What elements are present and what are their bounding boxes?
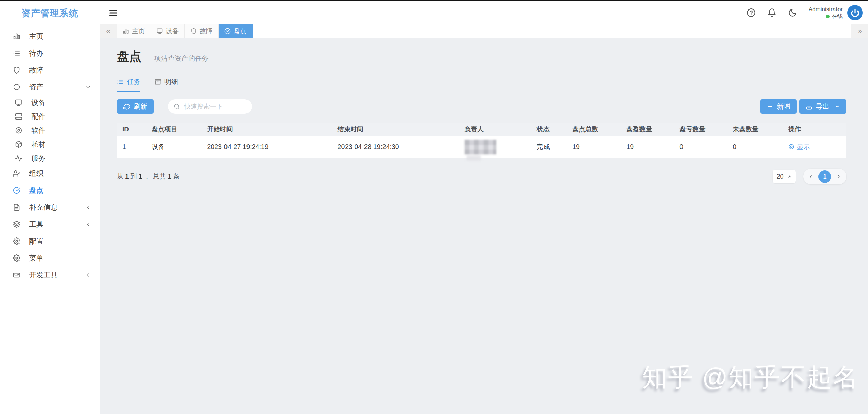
tab-device[interactable]: 设备 <box>151 24 185 38</box>
user-name: Administrator <box>809 6 843 13</box>
sidebar-item-home[interactable]: 主页 <box>0 28 100 45</box>
activity-icon <box>15 154 22 162</box>
gear-icon <box>13 254 20 262</box>
list-icon <box>13 49 20 57</box>
sidebar-item-devtools[interactable]: 开发工具 <box>0 267 100 284</box>
chevron-down-icon <box>835 104 840 109</box>
sidebar-item-config[interactable]: 配置 <box>0 233 100 250</box>
col-start-time: 开始时间 <box>202 123 332 136</box>
cell-id: 1 <box>117 136 146 158</box>
layers-icon <box>13 221 20 228</box>
page-head: 盘点 一项清查资产的任务 <box>117 48 846 65</box>
server-icon <box>15 113 22 120</box>
records-summary: 从1到1， 总共1条 <box>117 172 180 181</box>
cell-surplus: 19 <box>621 136 674 158</box>
col-surplus: 盘盈数量 <box>621 123 674 136</box>
circle-icon <box>13 83 20 91</box>
sidebar-item-label: 菜单 <box>29 253 43 263</box>
col-unchecked: 未盘数量 <box>727 123 783 136</box>
tab-label: 故障 <box>200 27 213 36</box>
disc-icon <box>15 127 22 134</box>
sidebar-item-label: 待办 <box>29 48 43 58</box>
subtab-label: 明细 <box>164 77 178 86</box>
add-button[interactable]: 新增 <box>760 99 797 114</box>
help-circle-icon[interactable] <box>747 8 756 17</box>
summary-text: 总共 <box>153 173 166 180</box>
refresh-button[interactable]: 刷新 <box>117 99 154 114</box>
shield-icon <box>13 66 20 74</box>
user-check-icon <box>13 170 20 177</box>
subtabs: 任务 明细 <box>117 77 846 92</box>
sidebar-item-service[interactable]: 服务 <box>0 151 100 165</box>
moon-icon[interactable] <box>788 8 797 17</box>
sidebar-item-tools[interactable]: 工具 <box>0 216 100 233</box>
avatar[interactable] <box>847 5 863 20</box>
sidebar-item-consumable[interactable]: 耗材 <box>0 137 100 151</box>
hamburger-menu-icon[interactable] <box>108 8 118 18</box>
sidebar-item-asset[interactable]: 资产 <box>0 79 100 96</box>
sidebar-item-organization[interactable]: 组织 <box>0 165 100 182</box>
sidebar-item-menu[interactable]: 菜单 <box>0 250 100 267</box>
tab-label: 盘点 <box>234 27 246 36</box>
export-button[interactable]: 导出 <box>799 99 846 114</box>
chevron-left-icon <box>85 205 91 210</box>
subtab-tasks[interactable]: 任务 <box>117 77 140 92</box>
list-icon <box>117 79 123 85</box>
tab-label: 主页 <box>132 27 145 36</box>
summary-from: 1 <box>124 173 131 180</box>
sidebar-item-extra-info[interactable]: 补充信息 <box>0 199 100 216</box>
sidebar-item-label: 配置 <box>29 236 43 246</box>
subtab-details[interactable]: 明细 <box>155 77 178 92</box>
redacted-owner-mosaic <box>465 140 496 154</box>
download-icon <box>806 103 812 110</box>
sidebar-item-label: 主页 <box>29 32 43 41</box>
view-icon <box>788 144 794 150</box>
col-end-time: 结束时间 <box>332 123 459 136</box>
tabs-scroll-right[interactable]: » <box>851 24 868 38</box>
sidebar-item-part[interactable]: 配件 <box>0 109 100 123</box>
online-label: 在线 <box>832 13 843 20</box>
sidebar-item-label: 服务 <box>31 153 45 163</box>
sidebar-item-label: 软件 <box>31 126 45 135</box>
search-input[interactable] <box>184 103 246 110</box>
sidebar-item-label: 工具 <box>29 220 43 229</box>
prev-page-icon[interactable] <box>808 174 813 179</box>
tab-inventory[interactable]: 盘点 <box>219 24 253 38</box>
sidebar-item-label: 补充信息 <box>29 203 58 212</box>
next-page-icon[interactable] <box>836 174 841 179</box>
refresh-icon <box>123 103 130 110</box>
summary-text: 到 <box>131 173 137 180</box>
sidebar-item-inventory[interactable]: 盘点 <box>0 182 100 199</box>
sidebar-item-label: 耗材 <box>31 140 45 149</box>
header-right-cluster: Administrator 在线 <box>747 5 868 20</box>
monitor-icon <box>157 28 163 34</box>
search-box <box>168 99 252 114</box>
tab-fault[interactable]: 故障 <box>185 24 219 38</box>
chevron-down-icon <box>85 84 91 90</box>
cell-unchecked: 0 <box>727 136 783 158</box>
current-page[interactable]: 1 <box>818 170 831 183</box>
gear-icon <box>13 237 20 245</box>
col-actions: 操作 <box>783 123 846 136</box>
cell-owner <box>459 136 531 158</box>
toolbar-right: 新增 导出 <box>760 99 846 114</box>
bell-icon[interactable] <box>767 8 776 17</box>
sidebar-item-todo[interactable]: 待办 <box>0 45 100 62</box>
user-status: 在线 <box>809 13 843 20</box>
sidebar-item-fault[interactable]: 故障 <box>0 62 100 79</box>
online-dot <box>826 15 830 18</box>
show-link[interactable]: 显示 <box>788 142 810 151</box>
bar-chart-icon <box>13 33 20 40</box>
sidebar-item-device[interactable]: 设备 <box>0 96 100 109</box>
page-size-select[interactable]: 20 <box>773 170 796 183</box>
chevron-left-icon <box>85 222 91 227</box>
table-footer: 从1到1， 总共1条 20 1 <box>117 169 846 184</box>
subtab-label: 任务 <box>127 77 140 86</box>
check-circle-icon <box>13 187 20 194</box>
tab-home[interactable]: 主页 <box>117 24 151 38</box>
tabs-scroll-left[interactable]: « <box>100 24 117 38</box>
cell-end-time: 2023-04-28 19:24:30 <box>332 136 459 158</box>
cell-actions: 显示 <box>783 136 846 158</box>
cell-deficit: 0 <box>674 136 727 158</box>
sidebar-item-software[interactable]: 软件 <box>0 123 100 137</box>
